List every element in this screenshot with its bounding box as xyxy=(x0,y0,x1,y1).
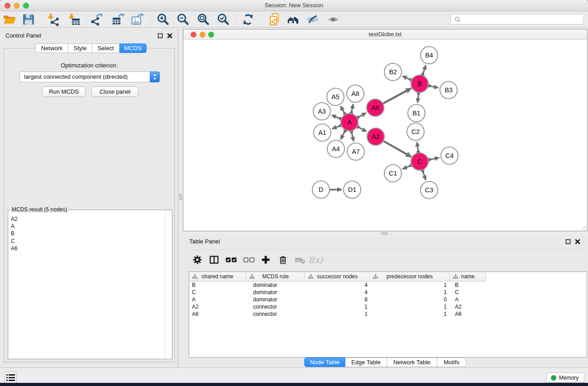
network-close-button[interactable] xyxy=(191,32,196,38)
edge-B-B4[interactable] xyxy=(422,65,425,75)
close-window-button[interactable] xyxy=(5,3,10,9)
zoom-in-icon[interactable] xyxy=(156,13,170,26)
close-panel-icon[interactable] xyxy=(167,33,172,38)
split-columns-icon[interactable] xyxy=(208,254,220,266)
network-zoom-button[interactable] xyxy=(208,32,214,38)
network-canvas[interactable]: B4B2BB3A8A5A6A3B1AA1C2A2A4A7C4CC1C3DD1 xyxy=(183,40,587,231)
node-A7[interactable]: A7 xyxy=(347,143,364,160)
table-row[interactable]: Bdominator41B xyxy=(189,282,587,289)
run-mcds-button[interactable]: Run MCDS xyxy=(42,86,86,97)
node-B2[interactable]: B2 xyxy=(384,63,402,81)
tab-style[interactable]: Style xyxy=(68,43,92,53)
export-table-icon[interactable] xyxy=(111,13,125,26)
select-all-checkboxes-icon[interactable] xyxy=(225,254,237,266)
table-row[interactable]: A2connector11A2 xyxy=(189,304,587,311)
table-row[interactable]: Adominator80A xyxy=(189,296,587,304)
node-A4[interactable]: A4 xyxy=(327,140,344,157)
edge-C-C3[interactable] xyxy=(422,170,425,180)
refresh-view-icon[interactable] xyxy=(241,13,255,26)
table-cell[interactable]: 4 xyxy=(305,289,370,296)
memory-button[interactable]: Memory xyxy=(546,372,584,383)
deselect-checkboxes-icon[interactable] xyxy=(243,254,255,266)
table-cell[interactable]: connector xyxy=(246,304,305,311)
node-D[interactable]: D xyxy=(312,181,330,198)
network-graph[interactable]: B4B2BB3A8A5A6A3B1AA1C2A2A4A7C4CC1C3DD1 xyxy=(183,40,587,231)
export-network-icon[interactable] xyxy=(90,13,104,26)
vertical-divider-handle[interactable] xyxy=(179,194,182,200)
network-window-titlebar[interactable]: testGlobe.txt xyxy=(183,29,587,40)
node-A1[interactable]: A1 xyxy=(314,124,331,141)
tab-network-table[interactable]: Network Table xyxy=(387,357,437,367)
edge-A-A2[interactable] xyxy=(358,127,367,132)
edge-B-B1[interactable] xyxy=(418,93,419,103)
zoom-selected-icon[interactable] xyxy=(216,13,230,26)
edge-B-B2[interactable] xyxy=(403,76,411,80)
hide-graphics-details-icon[interactable] xyxy=(306,13,320,26)
column-header-shared-name[interactable]: shared name xyxy=(189,272,246,281)
edge-A-A7[interactable] xyxy=(351,131,354,141)
node-A2[interactable]: A2 xyxy=(367,128,384,145)
table-cell[interactable]: dominator xyxy=(246,282,305,289)
export-image-icon[interactable] xyxy=(130,13,144,26)
tab-network[interactable]: Network xyxy=(35,43,68,53)
column-header-predecessor-nodes[interactable]: predecessor nodes xyxy=(370,272,450,281)
close-table-panel-icon[interactable] xyxy=(575,239,580,244)
table-cell[interactable]: 0 xyxy=(370,296,450,304)
node-B3[interactable]: B3 xyxy=(440,81,457,99)
node-C[interactable]: C xyxy=(411,153,428,170)
edge-A6-B[interactable] xyxy=(383,88,411,103)
zoom-fit-icon[interactable] xyxy=(196,13,210,26)
table-cell[interactable]: 4 xyxy=(305,282,370,289)
horizontal-divider-handle[interactable] xyxy=(381,232,387,235)
float-table-panel-icon[interactable] xyxy=(565,239,571,244)
table-cell[interactable]: 1 xyxy=(370,282,450,289)
node-A3[interactable]: A3 xyxy=(313,103,330,120)
node-C4[interactable]: C4 xyxy=(441,147,458,164)
close-panel-button[interactable]: Close panel xyxy=(91,86,139,97)
search-input[interactable] xyxy=(450,14,584,24)
table-cell[interactable]: A6 xyxy=(189,311,246,318)
node-A[interactable]: A xyxy=(341,114,358,131)
table-cell[interactable]: dominator xyxy=(246,289,305,296)
table-cell[interactable]: 1 xyxy=(370,289,450,296)
column-header-name[interactable]: name xyxy=(450,272,486,281)
table-cell[interactable]: connector xyxy=(246,311,305,318)
table-cell[interactable]: C xyxy=(189,289,246,296)
save-session-icon[interactable] xyxy=(22,13,35,26)
node-C2[interactable]: C2 xyxy=(407,123,424,140)
table-cell[interactable]: C xyxy=(450,289,486,296)
criterion-select[interactable]: largest connected component (directed) xyxy=(19,71,160,82)
edge-C-C1[interactable] xyxy=(403,165,411,169)
table-cell[interactable]: A xyxy=(189,296,246,304)
table-settings-icon[interactable] xyxy=(191,254,203,266)
result-scrollbar[interactable] xyxy=(165,210,172,358)
mcds-result-item[interactable]: A2 xyxy=(9,215,172,223)
node-A8[interactable]: A8 xyxy=(347,85,364,102)
table-cell[interactable]: 1 xyxy=(305,304,370,311)
tab-mcds[interactable]: MCDS xyxy=(120,43,147,53)
delete-table-icon[interactable] xyxy=(294,254,306,266)
table-cell[interactable]: 8 xyxy=(305,296,370,304)
table-cell[interactable]: B xyxy=(450,282,486,289)
node-C1[interactable]: C1 xyxy=(384,165,402,182)
edge-A-A6[interactable] xyxy=(357,113,366,118)
edge-A2-C[interactable] xyxy=(383,141,411,157)
table-row[interactable]: A6connector11A6 xyxy=(189,311,587,318)
node-A5[interactable]: A5 xyxy=(327,88,344,105)
edge-B-B3[interactable] xyxy=(429,86,439,88)
node-C3[interactable]: C3 xyxy=(421,181,438,199)
minimize-window-button[interactable] xyxy=(14,3,20,9)
table-cell[interactable]: B xyxy=(189,282,246,289)
add-column-icon[interactable] xyxy=(260,254,272,266)
delete-column-icon[interactable] xyxy=(277,254,289,266)
mcds-result-item[interactable]: A6 xyxy=(9,245,172,252)
tab-edge-table[interactable]: Edge Table xyxy=(345,357,387,367)
zoom-out-icon[interactable] xyxy=(176,13,190,26)
mcds-result-item[interactable]: B xyxy=(9,230,172,237)
import-table-icon[interactable] xyxy=(67,13,81,26)
status-menu-button[interactable] xyxy=(5,372,17,383)
duplicate-network-icon[interactable] xyxy=(268,13,282,26)
open-session-icon[interactable] xyxy=(3,13,16,26)
node-B1[interactable]: B1 xyxy=(408,105,425,122)
tab-motifs[interactable]: Motifs xyxy=(437,357,466,367)
